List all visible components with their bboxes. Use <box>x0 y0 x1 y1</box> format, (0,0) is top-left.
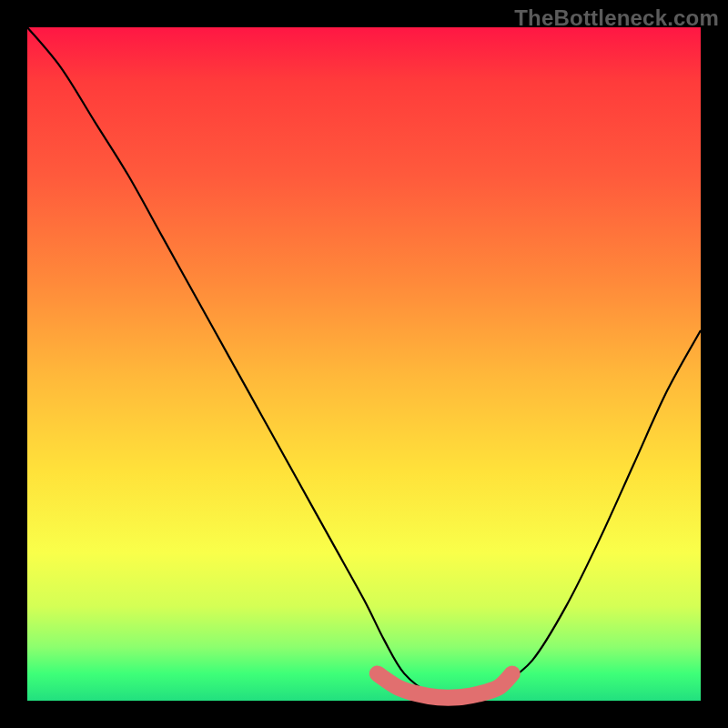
gradient-plot-area <box>27 27 701 701</box>
ideal-zone-marker <box>378 673 512 697</box>
curve-svg <box>27 27 701 701</box>
chart-frame: TheBottleneck.com <box>0 0 728 728</box>
bottleneck-curve <box>27 27 701 701</box>
